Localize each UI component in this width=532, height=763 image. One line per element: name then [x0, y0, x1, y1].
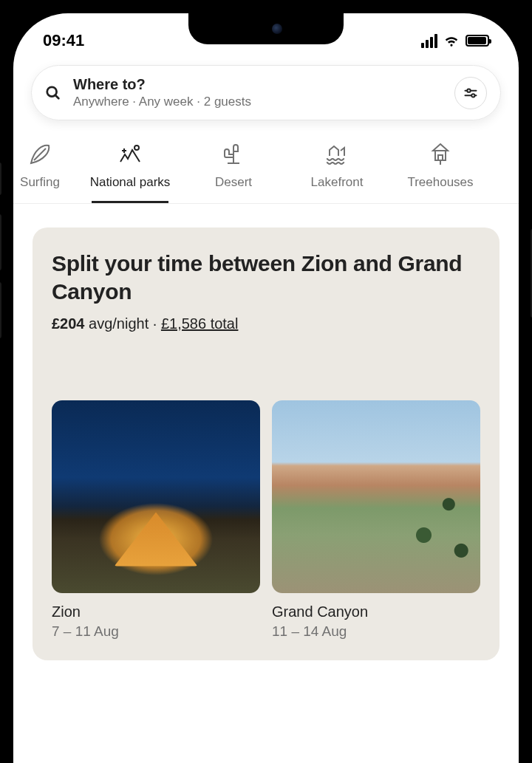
stay-zion[interactable]: Zion 7 – 11 Aug [52, 400, 260, 640]
category-surfing[interactable]: Surfing [13, 135, 75, 203]
filters-button[interactable] [454, 77, 487, 109]
category-national-parks[interactable]: National parks [81, 135, 179, 203]
search-icon [45, 85, 61, 101]
national-parks-icon [117, 141, 143, 168]
svg-point-3 [467, 89, 470, 92]
battery-icon [466, 35, 489, 47]
split-stays-card[interactable]: Split your time between Zion and Grand C… [33, 227, 499, 660]
svg-point-6 [134, 146, 139, 150]
stay-dates: 7 – 11 Aug [52, 623, 260, 640]
avg-price: £204 [52, 315, 85, 332]
category-treehouses[interactable]: Treehouses [392, 135, 489, 203]
category-label: Lakefront [311, 175, 364, 190]
svg-point-5 [471, 94, 474, 97]
stay-name: Zion [52, 603, 260, 620]
search-bar[interactable]: Where to? Anywhere · Any week · 2 guests [31, 65, 501, 120]
lakefront-icon [324, 141, 350, 168]
stay-grand-canyon[interactable]: Grand Canyon 11 – 14 Aug [272, 400, 480, 640]
category-label: Desert [215, 175, 252, 190]
price-line: £204 avg/night · £1,586 total [52, 315, 480, 332]
status-time: 09:41 [43, 31, 84, 50]
avg-suffix: avg/night [89, 315, 149, 332]
surfboard-icon [27, 141, 53, 168]
status-indicators [421, 34, 489, 48]
stay-image [272, 400, 480, 593]
card-title: Split your time between Zion and Grand C… [52, 250, 480, 305]
category-label: National parks [90, 175, 171, 190]
cellular-icon [421, 34, 437, 48]
stay-image [52, 400, 260, 593]
search-title: Where to? [73, 76, 443, 93]
category-lakefront[interactable]: Lakefront [288, 135, 386, 203]
total-price[interactable]: £1,586 total [161, 315, 239, 332]
wifi-icon [443, 34, 460, 47]
category-label: Surfing [20, 175, 60, 190]
treehouse-icon [427, 141, 454, 168]
svg-line-1 [55, 95, 59, 98]
sliders-icon [463, 86, 478, 100]
category-label: Treehouses [407, 175, 473, 190]
cactus-icon [220, 141, 247, 168]
category-desert[interactable]: Desert [185, 135, 282, 203]
category-tabs[interactable]: Surfing National parks Desert Lakefront … [13, 131, 519, 204]
search-subtitle: Anywhere · Any week · 2 guests [73, 95, 443, 109]
stay-dates: 11 – 14 Aug [272, 623, 480, 640]
